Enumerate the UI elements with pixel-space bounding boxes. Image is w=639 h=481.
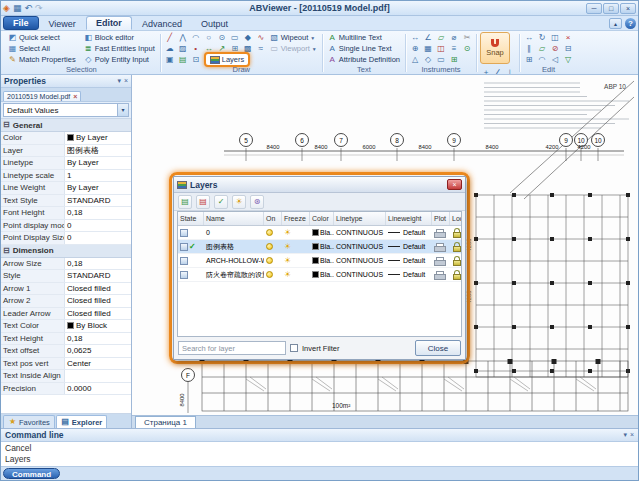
spline-button[interactable]: ∿	[255, 32, 267, 43]
document-tab-close-icon[interactable]: ×	[73, 93, 77, 100]
table-measure-button[interactable]: ⊞	[448, 54, 460, 65]
column-header-plot[interactable]: Plot	[432, 212, 450, 225]
multiline-text-button[interactable]: AMultiline Text	[326, 32, 402, 43]
property-row[interactable]: Line WeightBy Layer	[1, 182, 131, 195]
property-row[interactable]: LinetypeBy Layer	[1, 157, 131, 170]
move-button[interactable]: ↔	[523, 32, 535, 43]
command-prompt-button[interactable]: Command	[3, 468, 60, 479]
tab-advanced[interactable]: Advanced	[133, 18, 191, 30]
property-row[interactable]: Linetype scale1	[1, 170, 131, 183]
property-row[interactable]: StyleSTANDARD	[1, 270, 131, 283]
calibrate-button[interactable]: ⊕	[409, 43, 421, 54]
drawing-canvas[interactable]: ABP 105678991010840084006000840084004200…	[132, 75, 638, 428]
single-line-text-button[interactable]: ASingle Line Text	[326, 43, 402, 54]
triangle-measure-button[interactable]: △	[409, 54, 421, 65]
point-button[interactable]: •	[190, 43, 202, 54]
preset-dropdown[interactable]: Default Values ▾	[3, 103, 129, 117]
panel-tab-favorites[interactable]: ★Favorites	[3, 415, 55, 428]
layer-row-0[interactable]: 0☀Bla...CONTINUOUSDefault	[178, 226, 461, 240]
layer-settings-button[interactable]: ⊛	[250, 195, 264, 209]
panel-tab-explorer[interactable]: ▤Explorer	[56, 415, 107, 428]
property-row[interactable]: Leader ArrowClosed filled	[1, 308, 131, 321]
command-line-menu-icon[interactable]: ▾	[623, 431, 627, 439]
revision-cloud-button[interactable]: ☁	[164, 43, 176, 54]
property-row[interactable]: Arrow Size0,18	[1, 258, 131, 271]
fillet-button[interactable]: ◠	[536, 54, 548, 65]
property-row[interactable]: Text offset0,0625	[1, 345, 131, 358]
page-tab[interactable]: Страница 1	[135, 416, 196, 428]
command-line-header[interactable]: Command line ▾ ×	[1, 429, 638, 442]
layer-linetype-cell[interactable]: CONTINUOUS	[334, 226, 386, 239]
layer-freeze-toggle[interactable]: ☀	[282, 268, 310, 281]
layer-on-toggle[interactable]	[264, 240, 282, 253]
property-row[interactable]: Arrow 2Closed filled	[1, 295, 131, 308]
column-header-linetype[interactable]: Linetype	[334, 212, 386, 225]
property-row[interactable]: Layer图例表格	[1, 145, 131, 158]
property-group-dimension[interactable]: ⊟Dimension	[1, 245, 131, 258]
snap-perpendicular-button[interactable]: ⊥	[504, 67, 516, 75]
polyline-button[interactable]: ⋀	[177, 32, 189, 43]
layer-lineweight-cell[interactable]: Default	[386, 268, 432, 281]
snap-button[interactable]: Snap	[480, 32, 510, 64]
column-header-lineweight[interactable]: Lineweight	[386, 212, 432, 225]
close-layers-button[interactable]: Close	[415, 340, 461, 356]
layer-plot-toggle[interactable]	[432, 268, 450, 281]
layer-lineweight-cell[interactable]: Default	[386, 226, 432, 239]
diameter-button[interactable]: ⌀	[448, 32, 460, 43]
minimize-button[interactable]: ─	[586, 3, 602, 14]
wipeout-button[interactable]: ▧Wipeout▼	[268, 33, 317, 42]
column-header-on[interactable]: On	[264, 212, 282, 225]
column-header-color[interactable]: Color	[310, 212, 334, 225]
maximize-button[interactable]: □	[603, 3, 619, 14]
new-layer-button[interactable]: ▤	[178, 195, 192, 209]
block-editor-button[interactable]: ◧Block editor	[82, 32, 157, 43]
layer-row-1[interactable]: ✓图例表格☀Bla...CONTINUOUSDefault	[178, 240, 461, 254]
close-button[interactable]: ×	[620, 3, 636, 14]
tab-output[interactable]: Output	[192, 18, 237, 30]
column-header-lock[interactable]: Lock	[450, 212, 462, 225]
tab-viewer[interactable]: Viewer	[40, 18, 85, 30]
layer-lock-toggle[interactable]	[450, 240, 462, 253]
arc-button[interactable]: ◠	[190, 32, 202, 43]
rotate-button[interactable]: ↻	[536, 32, 548, 43]
layer-on-toggle[interactable]	[264, 268, 282, 281]
ellipse-button[interactable]: ⊙	[216, 32, 228, 43]
layer-freeze-toggle[interactable]: ☀	[282, 254, 310, 267]
layer-linetype-cell[interactable]: CONTINUOUS	[334, 268, 386, 281]
offset-button[interactable]: ∥	[523, 43, 535, 54]
distance-button[interactable]: ↔	[409, 32, 421, 43]
layer-row-2[interactable]: ARCH-HOLLOW-WALL☀Bla...CONTINUOUSDefault	[178, 254, 461, 268]
invert-filter-checkbox[interactable]	[290, 344, 298, 352]
fast-entities-input-button[interactable]: ≣Fast Entities Input	[82, 43, 157, 54]
compare-button[interactable]: ◫	[435, 43, 447, 54]
collapse-ribbon-button[interactable]: ▴	[609, 18, 622, 29]
layer-color-cell[interactable]: Bla...	[310, 268, 334, 281]
property-group-general[interactable]: ⊟General	[1, 119, 131, 132]
layer-row-3[interactable]: 防火卷帘疏散的设施☀Bla...CONTINUOUSDefault	[178, 268, 461, 282]
trim-button[interactable]: ⊘	[549, 43, 561, 54]
layer-on-toggle[interactable]	[264, 226, 282, 239]
area-button[interactable]: ▱	[435, 32, 447, 43]
properties-panel-header[interactable]: Properties ▾ ×	[1, 75, 131, 88]
id-point-button[interactable]: ⊙	[461, 43, 473, 54]
grid-button[interactable]: ▦	[422, 43, 434, 54]
select-all-button[interactable]: ▦Select All	[6, 43, 78, 54]
layer-linetype-cell[interactable]: CONTINUOUS	[334, 240, 386, 253]
property-row[interactable]: Precision0.0000	[1, 383, 131, 396]
mirror-button[interactable]: ◫	[549, 32, 561, 43]
explode-button[interactable]: ⊟	[562, 43, 574, 54]
array-button[interactable]: ⊞	[523, 54, 535, 65]
layer-color-cell[interactable]: Bla...	[310, 254, 334, 267]
document-tab[interactable]: 20110519 Model.pdf ×	[3, 91, 81, 101]
property-row[interactable]: ColorBy Layer	[1, 132, 131, 145]
match-properties-button[interactable]: ✎Match Properties	[6, 54, 78, 65]
tab-editor[interactable]: Editor	[86, 16, 132, 30]
property-row[interactable]: Text pos vertCenter	[1, 358, 131, 371]
layer-freeze-toggle[interactable]: ☀	[282, 240, 310, 253]
circle-button[interactable]: ○	[203, 32, 215, 43]
layers-button[interactable]: Layers	[208, 55, 247, 64]
property-row[interactable]: Point Display Size0	[1, 232, 131, 245]
title-bar[interactable]: ◈▦↶↷ ABViewer - [20110519 Model.pdf] ─ □…	[1, 1, 638, 16]
panel-close-icon[interactable]: ×	[124, 77, 128, 85]
hatch-button[interactable]: ▨	[177, 43, 189, 54]
